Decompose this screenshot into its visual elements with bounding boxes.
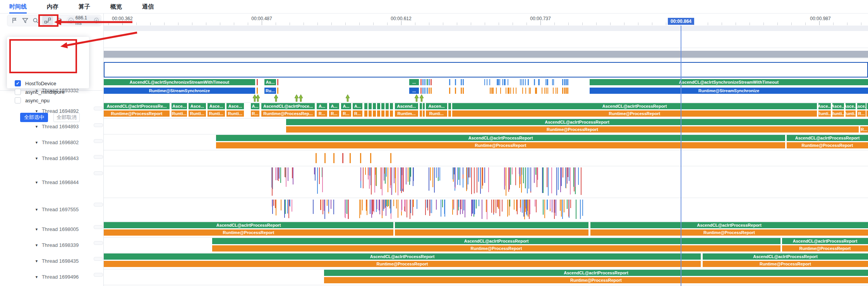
tab-communication[interactable]: 通信 <box>142 0 154 13</box>
profiler-window: 时间线 内存 算子 概览 通信 中 A ? 686.1 ms <box>0 0 868 286</box>
tab-operator[interactable]: 算子 <box>79 0 90 13</box>
filter-item-async-mindspore[interactable]: async_mindspore <box>15 88 65 96</box>
filter-label: async_mindspore <box>25 89 65 95</box>
tab-overview[interactable]: 概览 <box>110 0 122 13</box>
cursor-line[interactable] <box>681 26 681 286</box>
select-all-button[interactable]: 全部选中 <box>20 113 48 122</box>
filter-item-hosttodevice[interactable]: ✓ HostToDevice <box>15 79 56 87</box>
filter-label: HostToDevice <box>25 81 56 86</box>
top-nav: 时间线 内存 算子 概览 通信 <box>0 0 868 14</box>
checkbox-unchecked-icon[interactable] <box>15 89 21 95</box>
event-filter-popup: ✓ HostToDevice async_mindspore async_npu… <box>7 37 89 88</box>
tab-timeline[interactable]: 时间线 <box>9 0 27 13</box>
checkbox-checked-icon[interactable]: ✓ <box>15 80 21 86</box>
deselect-all-button[interactable]: 全部取消 <box>53 113 80 122</box>
filter-label: async_npu <box>25 98 50 103</box>
checkbox-unchecked-icon[interactable] <box>15 97 21 103</box>
tab-memory[interactable]: 内存 <box>47 0 58 13</box>
filter-item-async-npu[interactable]: async_npu <box>15 96 50 104</box>
flow-arrows <box>0 0 868 286</box>
